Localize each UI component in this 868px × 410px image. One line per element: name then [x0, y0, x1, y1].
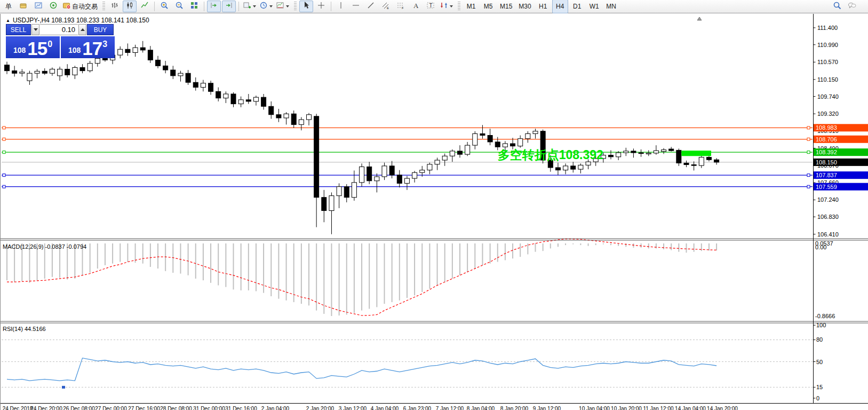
toolbar-grip[interactable]: [294, 2, 297, 11]
candle-body: [224, 94, 228, 98]
line-handle[interactable]: [3, 138, 5, 140]
equidistant-channel-button[interactable]: E: [379, 1, 393, 12]
time-tick-label: 24 Dec 2018: [3, 406, 33, 410]
indicators-button[interactable]: [242, 1, 257, 12]
chevron-down-icon[interactable]: [253, 5, 256, 7]
toolbar: 单自动交易EFATM1M5M15M30H1H4D1W1MN: [0, 0, 868, 13]
zoom-in-button[interactable]: [157, 1, 171, 12]
crosshair-button[interactable]: [314, 1, 328, 12]
candle-body: [624, 151, 628, 153]
candle-body: [156, 60, 161, 66]
toolbar-grip[interactable]: [102, 2, 105, 11]
svg-text:T: T: [429, 3, 433, 9]
cursor-button[interactable]: [299, 1, 313, 12]
templates-button[interactable]: [275, 1, 290, 12]
candle-body: [163, 66, 168, 70]
tile-windows-button[interactable]: [187, 1, 201, 12]
chevron-down-icon[interactable]: [286, 5, 289, 7]
turning-point-annotation[interactable]: 多空转折点108.392: [498, 148, 603, 162]
timeframe-h1[interactable]: H1: [535, 0, 551, 13]
autotrading-button[interactable]: 自动交易: [61, 1, 99, 12]
price-tick-label: 106.830: [817, 214, 839, 220]
rsi-level-handle[interactable]: [62, 386, 65, 389]
horizontal-line-button[interactable]: [349, 1, 363, 12]
candle-body: [563, 166, 568, 170]
line-handle[interactable]: [3, 151, 5, 154]
timeframe-mn[interactable]: MN: [603, 0, 619, 13]
candle-body: [578, 165, 583, 169]
sell-button[interactable]: SELL: [6, 24, 31, 35]
line-handle[interactable]: [807, 185, 810, 188]
time-tick-label: 2 Jan 20:00: [306, 406, 335, 410]
signals-button[interactable]: [46, 1, 60, 12]
annotations-layer[interactable]: 多空转折点108.392: [498, 17, 711, 162]
one-click-collapse-icon[interactable]: ▲: [6, 18, 10, 23]
search-button[interactable]: [830, 1, 844, 12]
candle-body: [404, 178, 409, 183]
time-axis[interactable]: 24 Dec 201824 Dec 20:0026 Dec 08:0027 De…: [3, 406, 738, 410]
price-axis[interactable]: 111.400110.990110.570110.150109.740109.3…: [814, 14, 839, 404]
chart-canvas[interactable]: 多空转折点108.392MACD(12,26,9) -0.0837 -0.079…: [1, 14, 868, 410]
line-chart-button[interactable]: [138, 1, 152, 12]
candle-body: [178, 73, 183, 76]
price-tag-label: 107.837: [816, 172, 837, 178]
time-tick-label: 10 Jan 20:00: [611, 406, 642, 410]
candle-body: [382, 166, 387, 177]
line-handle[interactable]: [807, 151, 810, 154]
order-book-button[interactable]: [17, 1, 30, 12]
new-order-button-partial[interactable]: 单: [2, 1, 15, 12]
highlight-rectangle[interactable]: [681, 151, 711, 156]
candle-body: [495, 142, 500, 147]
timeframe-h4[interactable]: H4: [552, 0, 568, 13]
chart-shift-marker[interactable]: [697, 17, 702, 20]
panel-separators[interactable]: [1, 239, 868, 404]
chart-window-button[interactable]: [31, 1, 45, 12]
candlestick-chart-button[interactable]: [123, 1, 137, 12]
timeframe-m30[interactable]: M30: [516, 0, 533, 13]
candle-body: [201, 83, 205, 88]
line-handle[interactable]: [807, 174, 810, 177]
rsi-tick-label: 80: [816, 336, 823, 343]
line-handle[interactable]: [807, 127, 810, 129]
periods-button[interactable]: [258, 1, 274, 12]
chat-button[interactable]: [845, 1, 859, 12]
volume-decrease-button[interactable]: [31, 24, 39, 35]
trendline-button[interactable]: [364, 1, 378, 12]
volume-increase-button[interactable]: [78, 24, 86, 35]
timeframe-d1[interactable]: D1: [569, 0, 585, 13]
candle-body: [488, 136, 492, 142]
timeframe-w1[interactable]: W1: [586, 0, 602, 13]
volume-input[interactable]: [40, 24, 78, 35]
timeframe-m1[interactable]: M1: [463, 0, 479, 13]
rsi-tick-label: 50: [816, 359, 823, 365]
sell-price-box[interactable]: 108150: [6, 36, 60, 58]
chevron-down-icon[interactable]: [450, 5, 453, 7]
candle-body: [503, 144, 507, 147]
line-handle[interactable]: [3, 174, 5, 177]
chevron-down-icon[interactable]: [269, 5, 273, 7]
arrows-button[interactable]: [439, 1, 454, 12]
timeframe-mn-label: MN: [606, 3, 616, 10]
vertical-line-button[interactable]: [334, 1, 348, 12]
timeframe-m15[interactable]: M15: [497, 0, 515, 13]
fibonacci-button[interactable]: F: [394, 1, 408, 12]
buy-button[interactable]: BUY: [87, 24, 114, 35]
auto-scroll-button[interactable]: [207, 1, 221, 12]
chart-type-group: [107, 1, 152, 12]
text-label-button[interactable]: T: [424, 1, 437, 12]
line-handle[interactable]: [3, 127, 5, 129]
zoom-out-button[interactable]: [172, 1, 186, 12]
candle-body: [65, 69, 70, 75]
rsi-panel: RSI(14) 44.5166: [2, 326, 813, 389]
line-handle[interactable]: [807, 138, 810, 140]
candle-body: [616, 153, 621, 157]
line-handle[interactable]: [3, 185, 5, 188]
candle-body: [631, 151, 636, 153]
buy-price-box[interactable]: 108173: [61, 36, 115, 58]
toolbar-grip[interactable]: [458, 2, 460, 11]
timeframe-m5[interactable]: M5: [480, 0, 496, 13]
candle-body: [480, 133, 485, 135]
chart-shift-button[interactable]: [222, 1, 236, 12]
bar-chart-button[interactable]: [108, 1, 122, 12]
text-button[interactable]: A: [409, 1, 423, 12]
